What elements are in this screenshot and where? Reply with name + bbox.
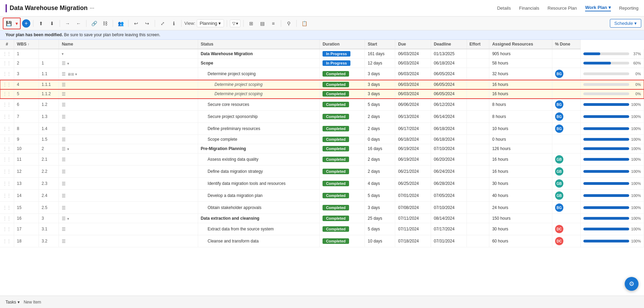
task-name[interactable]: Data extraction and cleansing — [198, 214, 320, 223]
status-badge: Completed — [320, 135, 365, 144]
avatar: GB — [555, 155, 563, 163]
menu-icon[interactable]: ☰ — [62, 181, 66, 186]
outline-button[interactable]: ≡ — [268, 19, 278, 28]
gantt-button[interactable]: ▤ — [257, 19, 267, 28]
notes-button[interactable]: 📋 — [299, 19, 309, 28]
menu-icon[interactable]: ☰ — [62, 91, 66, 97]
wbs: 1 — [39, 59, 59, 68]
task-name[interactable]: Determine project scoping — [198, 89, 320, 99]
task-name[interactable]: Secure project sponsorship — [198, 111, 320, 123]
add-row-above-button[interactable]: ⬆ — [36, 19, 46, 28]
task-name[interactable]: Define preliminary resources — [198, 123, 320, 135]
table-row[interactable]: ⋮⋮132.3☰ Identify data migration tools a… — [0, 178, 644, 190]
table-row[interactable]: ⋮⋮122.2☰ Define data migration strategyC… — [0, 166, 644, 178]
table-row[interactable]: ⋮⋮41.1.1☰ Determine project scopingCompl… — [0, 80, 644, 89]
table-row[interactable]: ⋮⋮173.1☰ Extract data from the source sy… — [0, 223, 644, 235]
filter-button[interactable]: ▽ ▾ — [230, 20, 241, 27]
menu-icon[interactable]: ☰ — [62, 205, 66, 210]
task-name[interactable]: Cleanse and transform data — [198, 235, 320, 247]
nav-financials[interactable]: Financials — [519, 6, 539, 11]
table-row[interactable]: ⋮⋮183.2☰ Cleanse and transform dataCompl… — [0, 235, 644, 247]
task-name[interactable]: Data Warehouse Migration — [198, 49, 320, 59]
status-badge: Completed — [320, 68, 365, 80]
view-selector[interactable]: Planning ▾ — [197, 19, 224, 27]
nav-resource-plan[interactable]: Resource Plan — [548, 6, 577, 11]
table-row[interactable]: ⋮⋮71.3☰ Secure project sponsorshipComple… — [0, 111, 644, 123]
table-row[interactable]: ⋮⋮61.2☰ Secure core resourcesCompleted5 … — [0, 99, 644, 111]
menu-icon[interactable]: ☰ — [62, 239, 66, 244]
add-row-below-button[interactable]: ⬇ — [47, 19, 57, 28]
table-row[interactable]: ⋮⋮1 ▾Data Warehouse MigrationIn Progress… — [0, 49, 644, 59]
outdent-button[interactable]: ← — [74, 19, 83, 28]
task-name[interactable]: Identify data migration tools and resour… — [198, 178, 320, 190]
menu-icon[interactable]: ☰ — [62, 137, 66, 142]
task-name[interactable]: Pre-Migration Planning — [198, 144, 320, 153]
task-name[interactable]: Scope complete — [198, 135, 320, 144]
menu-icon[interactable]: ☰ — [62, 157, 66, 162]
task-name[interactable]: Assess existing data quality — [198, 153, 320, 166]
assign-button[interactable]: 👥 — [116, 19, 125, 28]
menu-icon[interactable]: ☰ — [62, 146, 66, 151]
table-row[interactable]: ⋮⋮112.1☰ Assess existing data qualityCom… — [0, 153, 644, 166]
menu-icon[interactable]: ☰ — [62, 193, 66, 198]
table-row[interactable]: ⋮⋮31.1☰ 🖥⊞ ▾Determine project scopingCom… — [0, 68, 644, 80]
menu-icon[interactable]: ☰ — [62, 82, 66, 87]
start-date: 07/11/2024 — [395, 214, 431, 223]
task-name[interactable]: Scope — [198, 59, 320, 68]
task-name[interactable]: Determine project scoping — [198, 80, 320, 89]
table-row[interactable]: ⋮⋮163☰ ▾Data extraction and cleansingCom… — [0, 214, 644, 223]
table-row[interactable]: ⋮⋮102☰ ▾Pre-Migration PlanningCompleted1… — [0, 144, 644, 153]
task-name[interactable]: Obtain stakeholder approvals — [198, 202, 320, 214]
add-button[interactable]: + — [22, 19, 30, 28]
table-row[interactable]: ⋮⋮21☰ ▾ScopeIn Progress12 days06/03/2024… — [0, 59, 644, 68]
table-row[interactable]: ⋮⋮91.5☰ Scope completeCompleted0 days06/… — [0, 135, 644, 144]
unlink-button[interactable]: ⛓ — [100, 19, 110, 28]
menu-icon[interactable]: ☰ — [62, 216, 66, 221]
menu-icon[interactable]: ☰ — [62, 114, 66, 119]
task-name[interactable]: Determine project scoping — [198, 68, 320, 80]
due-date: 06/05/2024 — [431, 68, 467, 80]
task-name[interactable]: Develop a data migration plan — [198, 190, 320, 202]
schedule-button[interactable]: Schedule ▾ — [610, 19, 641, 28]
table-row[interactable]: ⋮⋮51.1.2☰ Determine project scopingCompl… — [0, 89, 644, 99]
link-button[interactable]: 🔗 — [89, 19, 99, 28]
chevron-down-icon[interactable]: ▾ — [67, 147, 69, 151]
indent-button[interactable]: → — [63, 19, 72, 28]
avatar: GB — [555, 167, 563, 176]
start-date: 06/03/2024 — [395, 49, 431, 59]
table-row[interactable]: ⋮⋮152.5☰ Obtain stakeholder approvalsCom… — [0, 202, 644, 214]
task-name[interactable]: Define data migration strategy — [198, 166, 320, 178]
chevron-down-icon[interactable]: ▾ — [75, 72, 77, 76]
table-row[interactable]: ⋮⋮142.4☰ Develop a data migration planCo… — [0, 190, 644, 202]
save-button[interactable]: 💾 — [4, 19, 13, 28]
menu-icon[interactable]: ☰ — [62, 61, 66, 66]
redo-button[interactable]: ↪ — [142, 19, 152, 28]
task-name[interactable]: Extract data from the source system — [198, 223, 320, 235]
chevron-down-icon[interactable]: ▾ — [62, 52, 64, 56]
save-dropdown[interactable]: ▾ — [13, 19, 20, 28]
duration: 2 days — [365, 123, 395, 135]
menu-icon[interactable]: ☰ — [62, 126, 66, 131]
fab-button[interactable]: ⚙ — [625, 277, 638, 291]
move-button[interactable]: ⤢ — [158, 19, 167, 28]
pct-done: 100% — [580, 144, 644, 153]
nav-details[interactable]: Details — [497, 6, 511, 11]
assigned-resources: GB — [552, 190, 580, 202]
row-num: 11 — [14, 153, 39, 166]
table-row[interactable]: ⋮⋮81.4☰ Define preliminary resourcesComp… — [0, 123, 644, 135]
menu-icon[interactable]: ☰ — [62, 102, 66, 107]
nav-work-plan[interactable]: Work Plan ▾ — [585, 5, 611, 11]
columns-button[interactable]: ⊞ — [246, 19, 256, 28]
task-name[interactable]: Secure core resources — [198, 99, 320, 111]
duration: 3 days — [365, 68, 395, 80]
nav-reporting[interactable]: Reporting — [619, 6, 638, 11]
chevron-down-icon[interactable]: ▾ — [67, 61, 69, 66]
menu-icon[interactable]: ☰ — [62, 227, 66, 232]
menu-icon[interactable]: ☰ — [62, 169, 66, 174]
baseline-button[interactable]: ⚲ — [284, 19, 294, 28]
info-button[interactable]: ℹ — [169, 19, 178, 28]
chevron-down-icon[interactable]: ▾ — [67, 217, 69, 221]
menu-icon[interactable]: ☰ — [62, 71, 66, 77]
assigned-resources: GB — [552, 178, 580, 190]
undo-button[interactable]: ↩ — [131, 19, 141, 28]
